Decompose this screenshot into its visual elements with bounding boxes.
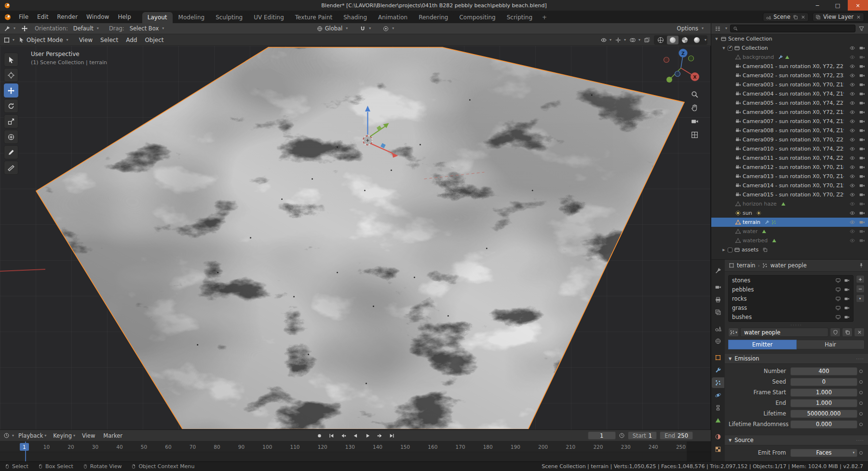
render-display-toggle[interactable] [844,296,850,302]
particle-system-row[interactable]: pebbles [729,285,853,294]
workspace-tab[interactable]: Animation [373,12,413,23]
disable-in-renders-toggle[interactable] [859,228,865,235]
hide-in-viewport-toggle[interactable] [849,63,855,69]
frame-start-field[interactable]: Start 1 [628,431,657,440]
terrain-mesh[interactable] [0,46,710,429]
shading-solid-button[interactable] [667,36,678,44]
workspace-tab[interactable]: Sculpting [210,12,248,23]
xray-toggle[interactable] [644,37,651,43]
animate-property-dot[interactable] [857,370,864,373]
hide-in-viewport-toggle[interactable] [849,109,855,115]
disable-in-renders-toggle[interactable] [859,100,865,106]
remove-view-layer-icon[interactable] [856,14,861,20]
properties-tab[interactable] [712,365,724,375]
viewport-side-button[interactable] [691,90,699,98]
hide-in-viewport-toggle[interactable] [849,192,855,198]
number-field[interactable]: 1.000 [790,388,857,397]
outliner-row[interactable]: Camera013 - sun rotation X0, Y70, Z140 [711,172,868,181]
outliner-row[interactable]: waterbed [711,236,868,245]
tool-button[interactable] [4,161,18,175]
outliner-row[interactable]: ▼ Collection [711,43,868,53]
viewport-menu-item[interactable]: Select [96,37,122,43]
disable-in-renders-toggle[interactable] [859,91,865,97]
outliner-row[interactable]: Camera007 - sun rotation X0, Y74, Z150 [711,117,868,126]
particle-type-option[interactable]: Emitter [728,340,797,349]
disable-in-renders-toggle[interactable] [859,82,865,88]
snapping-toggle[interactable]: ▾ [356,25,374,32]
disable-in-renders-toggle[interactable] [859,182,865,189]
particle-system-row[interactable]: bushes [729,312,853,321]
hide-in-viewport-toggle[interactable] [849,54,855,60]
tool-button[interactable] [4,145,18,159]
workspace-tab[interactable]: Compositing [454,12,501,23]
transform-orientation-dropdown[interactable]: Global▾ [313,25,352,32]
disable-in-renders-toggle[interactable] [859,173,865,180]
mode-dropdown[interactable]: Object Mode▾ [15,36,71,44]
hide-in-viewport-toggle[interactable] [849,91,855,97]
hide-in-viewport-toggle[interactable] [849,173,855,180]
close-button[interactable]: × [848,0,868,11]
outliner-row[interactable]: ▼ Scene Collection [711,34,868,43]
viewport-editor-icon[interactable] [3,37,10,43]
viewport-display-toggle[interactable] [835,277,841,283]
hide-in-viewport-toggle[interactable] [849,72,855,79]
remove-particle-system-button[interactable] [856,285,865,293]
number-field[interactable]: 500000.000 [790,410,857,418]
number-field[interactable]: 1.000 [790,399,857,407]
axis-z-neg-ball[interactable] [675,71,680,77]
disable-in-renders-toggle[interactable] [859,237,865,244]
properties-tab[interactable] [712,390,724,401]
hide-in-viewport-toggle[interactable] [849,100,855,106]
viewport-side-button[interactable] [691,131,699,139]
particle-system-row[interactable]: rocks [729,294,853,303]
outliner-row[interactable]: Camera011 - sun rotation X0, Y74, Z210 [711,153,868,163]
disable-in-renders-toggle[interactable] [859,155,865,161]
properties-tab[interactable] [712,415,724,426]
properties-tab[interactable] [712,402,724,413]
transport-button[interactable] [326,431,337,440]
properties-tab[interactable] [712,352,724,363]
breadcrumb-object[interactable]: terrain [737,262,755,269]
minimize-button[interactable]: ─ [807,0,827,11]
shading-material-button[interactable] [679,36,691,44]
outliner-row[interactable]: sun [711,208,868,218]
disable-in-renders-toggle[interactable] [859,201,865,207]
properties-tab[interactable] [712,431,724,442]
menubar-item[interactable]: Edit [33,11,53,23]
options-dropdown[interactable]: Options▾ [674,25,707,32]
maximize-button[interactable]: □ [827,0,848,11]
workspace-tab[interactable]: Scripting [502,12,538,23]
outliner-row[interactable]: Camera003 - sun rotation X0, Y70, Z150 [711,80,868,89]
shading-wireframe-button[interactable] [655,36,666,44]
disable-in-renders-toggle[interactable] [859,137,865,143]
particle-system-row[interactable]: stones [729,276,853,285]
workspace-tab[interactable]: UV Editing [248,12,289,23]
timeline-menu-item[interactable]: Marker [100,432,127,439]
disclosure-arrow[interactable]: ▼ [721,46,726,50]
viewport-canvas[interactable] [0,46,710,429]
outliner-row[interactable]: Camera015 - sun rotation X0, Y70, Z290 [711,190,868,199]
overlays-dropdown[interactable]: ▾ [629,37,640,43]
animate-property-dot[interactable] [857,380,864,384]
menubar-item[interactable]: File [14,11,33,23]
add-particle-system-button[interactable] [856,275,865,283]
render-display-toggle[interactable] [844,305,850,311]
render-display-toggle[interactable] [844,287,850,292]
fake-user-button[interactable] [830,328,841,337]
transport-button[interactable] [386,431,397,440]
current-frame-indicator[interactable]: 1 [20,443,29,451]
viewport-display-toggle[interactable] [835,296,841,302]
outliner-row[interactable]: Camera009 - sun rotation X0, Y70, Z210 [711,135,868,144]
workspace-tab[interactable]: Shading [338,12,372,23]
hide-in-viewport-toggle[interactable] [849,210,855,216]
outliner-row[interactable]: Camera006 - sun rotation X0, Y72, Z150 [711,108,868,117]
disable-in-renders-toggle[interactable] [859,192,865,198]
proportional-editing-toggle[interactable]: ▾ [379,25,397,32]
disable-in-renders-toggle[interactable] [859,118,865,125]
transport-button[interactable] [338,431,349,440]
hide-in-viewport-toggle[interactable] [849,127,855,134]
disclosure-arrow[interactable]: ▶ [721,248,726,252]
timeline-menu-item[interactable]: Keying ▾ [50,432,79,439]
timeline-menu-item[interactable]: Playback ▾ [15,432,50,439]
source-panel-header[interactable]: ▼ Source ···· [725,435,868,445]
